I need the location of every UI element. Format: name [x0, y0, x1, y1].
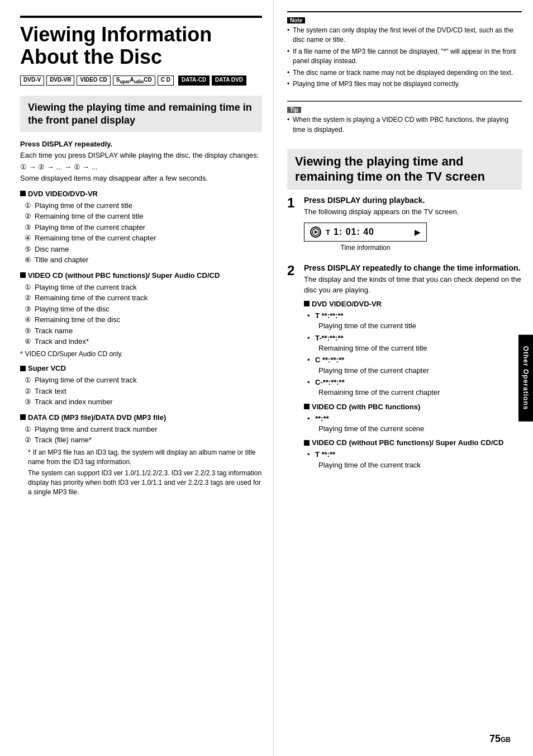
left-column: Viewing Information About the Disc DVD-V… — [0, 0, 274, 756]
badge-datadvd: DATA DVD — [212, 75, 246, 86]
step-1-content: Press DISPLAY during playback. The follo… — [304, 195, 522, 257]
step-2-heading: Press DISPLAY repeatedly to change the t… — [304, 263, 522, 273]
list-item: ②Track text — [25, 386, 262, 397]
note-box: Note The system can only display the fir… — [287, 11, 522, 94]
videocd-footnote: *VIDEO CD/Super Audio CD only. — [20, 349, 262, 359]
list-item: ⑥Title and chapter — [25, 254, 262, 266]
badge-cd: C D — [158, 75, 174, 86]
datacd-footnote-1: The system can support ID3 ver 1.0/1.1/2… — [28, 469, 262, 497]
list-item: T **:** — [307, 449, 522, 460]
list-item: ③Playing time of the current chapter — [25, 222, 262, 233]
display-icon — [310, 226, 321, 238]
tv-section-title: Viewing the playing time and remaining t… — [295, 154, 514, 184]
step-1: 1 Press DISPLAY during playback. The fol… — [287, 195, 522, 257]
badge-dvdvr: DVD-VR — [46, 75, 74, 86]
list-item: ③Playing time of the disc — [25, 304, 262, 315]
dvd-item-1-desc: Remaining time of the current title — [307, 343, 522, 353]
list-item: ①Playing time and current track number — [25, 424, 262, 435]
list-item: ①Playing time of the current title — [25, 200, 262, 211]
nopbc-item-0-desc: Playing time of the current track — [307, 460, 522, 470]
list-item: ⑤Track name — [25, 325, 262, 337]
list-item: ②Track (file) name* — [25, 434, 262, 446]
time-info-label: Time information — [304, 244, 427, 252]
datacd-section-title: DATA CD (MP3 file)/DATA DVD (MP3 file) — [20, 413, 262, 422]
step-2: 2 Press DISPLAY repeatedly to change the… — [287, 263, 522, 471]
step-1-number: 1 — [287, 196, 298, 210]
format-badges: DVD-V DVD-VR VIDEO CD SuperAudioCD C D D… — [20, 75, 262, 86]
dvd-item-3-desc: Remaining time of the current chapter — [307, 388, 522, 398]
black-square-icon — [20, 366, 26, 371]
disappear-note: Some displayed items may disappear after… — [20, 173, 262, 183]
list-item: ④Remaining time of the current chapter — [25, 233, 262, 244]
note-label: Note — [287, 17, 305, 23]
list-item: T-**:**:** — [307, 333, 522, 344]
list-item: ⑤Disc name — [25, 244, 262, 255]
datacd-footnote-0: *If an MP3 file has an ID3 tag, the syst… — [28, 448, 262, 467]
badge-datacd: DATA-CD — [178, 75, 210, 86]
black-square-icon — [304, 301, 310, 306]
step-1-body: The following display appears on the TV … — [304, 207, 522, 217]
tip-text: When the system is playing a VIDEO CD wi… — [287, 115, 522, 135]
right-videocd-pbc-title: VIDEO CD (with PBC functions) — [304, 403, 522, 411]
badge-dvdv: DVD-V — [20, 75, 44, 86]
pbc-item-0-desc: Playing time of the current scene — [307, 424, 522, 434]
black-square-icon — [20, 272, 26, 278]
page-title: Viewing Information About the Disc — [20, 16, 262, 68]
page-container: Viewing Information About the Disc DVD-V… — [0, 0, 533, 756]
tip-label: Tip — [287, 107, 301, 113]
step-2-content: Press DISPLAY repeatedly to change the t… — [304, 263, 522, 471]
dvd-item-0-desc: Playing time of the current title — [307, 321, 522, 331]
black-square-icon — [20, 414, 26, 420]
svg-marker-1 — [315, 230, 318, 234]
list-item: **:** — [307, 413, 522, 424]
right-videocd-nopbc-title: VIDEO CD (without PBC functions)/ Super … — [304, 438, 522, 447]
list-item: ④Remaining time of the disc — [25, 314, 262, 325]
right-dvd-section-title: DVD VIDEO/DVD-VR — [304, 300, 522, 308]
black-square-icon — [20, 191, 26, 196]
videocd-list: ①Playing time of the current track ②Rema… — [20, 282, 262, 347]
note-text-1: If a file name of the MP3 file cannot be… — [287, 47, 522, 67]
tip-box: Tip When the system is playing a VIDEO C… — [287, 101, 522, 140]
side-tab: Other Operations — [518, 335, 533, 422]
right-dvd-list: T **:**:** Playing time of the current t… — [304, 310, 522, 398]
list-item: ②Remaining time of the current track — [25, 292, 262, 304]
display-graphic: T 1: 01: 40 ▶ — [304, 223, 427, 242]
right-column: Note The system can only display the fir… — [274, 0, 533, 756]
note-text-2: The disc name or track name may not be d… — [287, 68, 522, 78]
note-text-3: Playing time of MP3 files may not be dis… — [287, 79, 522, 89]
press-display-label: Press DISPLAY repeatedly. — [20, 140, 262, 148]
display-play-icon: ▶ — [415, 228, 421, 237]
badge-videocd: VIDEO CD — [77, 75, 110, 86]
list-item: T **:**:** — [307, 310, 522, 322]
datacd-list: ①Playing time and current track number ②… — [20, 424, 262, 446]
supervcd-section-title: Super VCD — [20, 364, 262, 372]
right-videocd-pbc-list: **:** Playing time of the current scene — [304, 413, 522, 434]
black-square-icon — [304, 404, 310, 409]
front-panel-section-title: Viewing the playing time and remaining t… — [28, 101, 254, 126]
arrow-sequence: ① → ② → ... → ① → ... — [20, 163, 262, 171]
dvd-list: ①Playing time of the current title ②Rema… — [20, 200, 262, 266]
right-videocd-nopbc-list: T **:** Playing time of the current trac… — [304, 449, 522, 470]
display-time: 1: 01: 40 — [334, 227, 410, 237]
intro-text: Each time you press DISPLAY while playin… — [20, 150, 262, 160]
list-item: ③Track and index number — [25, 396, 262, 408]
step-2-body: The display and the kinds of time that y… — [304, 275, 522, 295]
list-item: C-**:**:** — [307, 377, 522, 388]
tv-section-box: Viewing the playing time and remaining t… — [287, 149, 522, 190]
supervcd-list: ①Playing time of the current track ②Trac… — [20, 375, 262, 408]
list-item: ①Playing time of the current track — [25, 282, 262, 293]
dvd-section-title: DVD VIDEO/DVD-VR — [20, 190, 262, 198]
videocd-section-title: VIDEO CD (without PBC functions)/ Super … — [20, 271, 262, 280]
list-item: ⑥Track and index* — [25, 336, 262, 347]
badge-superaudiocd: SuperAudioCD — [113, 75, 155, 86]
page-number-area: 75GB — [489, 733, 511, 745]
front-panel-section-box: Viewing the playing time and remaining t… — [20, 96, 262, 132]
note-text-0: The system can only display the first le… — [287, 26, 522, 45]
step-1-heading: Press DISPLAY during playback. — [304, 195, 522, 205]
step-2-number: 2 — [287, 264, 298, 277]
list-item: ①Playing time of the current track — [25, 375, 262, 386]
list-item: C **:**:** — [307, 355, 522, 366]
black-square-icon — [304, 440, 310, 446]
dvd-item-2-desc: Playing time of the current chapter — [307, 366, 522, 376]
list-item: ②Remaining time of the current title — [25, 211, 262, 222]
